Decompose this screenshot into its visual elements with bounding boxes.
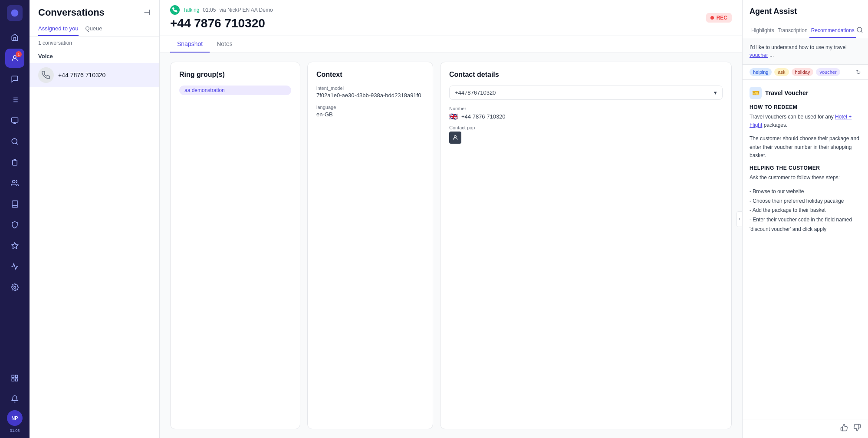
rec-step-3: - Add the package to their basket [750,206,861,215]
rec-step-2: - Choose their preferred holiday pacakge [750,197,861,206]
tag-helping[interactable]: helping [750,68,772,76]
contact-number-value: +44 7876 710320 [461,113,506,120]
rec-card-title: Travel Voucher [765,89,808,96]
right-panel-collapse-chevron[interactable]: › [736,211,743,227]
sidebar-item-home[interactable] [5,28,24,47]
rec-card-icon: 🎫 [750,87,762,99]
svg-point-14 [14,287,16,289]
sidebar-item-search[interactable] [5,132,24,151]
sidebar-item-grid[interactable] [5,369,24,388]
call-status-top: Talking 01:05 via NickP EN AA Demo [170,5,273,15]
left-panel-tabs: Assigned to you Queue [30,22,159,36]
tab-highlights[interactable]: Highlights [750,24,776,38]
tab-notes[interactable]: Notes [210,36,240,53]
svg-point-1 [13,56,16,58]
sidebar-time: 01:05 [10,428,20,433]
transcript-area: I'd like to understand how to use my tra… [743,38,868,65]
svg-point-20 [857,27,862,32]
contact-pop-label: Contact pop [449,125,723,130]
ring-group-tag: aa demonstration [179,86,291,95]
svg-point-0 [11,10,19,17]
context-field-intent: intent_model 7f02a1e0-ae30-43bb-938a-bdd… [316,86,424,99]
search-icon[interactable] [856,26,863,35]
context-field-language: language en-GB [316,105,424,118]
contact-dropdown-value: +447876710320 [455,89,496,96]
conversation-item[interactable]: +44 7876 710320 [30,63,159,87]
collapse-button[interactable]: ⊣ [144,8,151,17]
sidebar-item-settings[interactable] [5,278,24,297]
thumbs-up-button[interactable] [840,424,848,434]
sidebar-item-team[interactable] [5,174,24,193]
context-value-intent: 7f02a1e0-ae30-43bb-938a-bdd2318a91f0 [316,92,424,99]
sidebar-item-analytics[interactable] [5,257,24,276]
sidebar-item-chat[interactable] [5,69,24,89]
rec-section-how-to-redeem: HOW TO REDEEM [750,104,861,110]
sidebar-item-bell[interactable] [5,389,24,408]
rec-step-1: - Browse to our website [750,187,861,197]
sidebar-logo [7,5,23,21]
transcript-highlighted-word[interactable]: voucher [750,52,768,58]
svg-marker-13 [12,243,18,249]
conversation-number: +44 7876 710320 [58,72,105,79]
thumbs-down-button[interactable] [853,424,861,434]
talking-status: Talking [183,7,199,13]
tag-ask[interactable]: ask [774,68,789,76]
tab-queue[interactable]: Queue [85,22,102,36]
conversations-title: Conversations [38,7,105,18]
intent-tags: helping ask holiday voucher ↻ [743,65,868,80]
chevron-down-icon: ▾ [714,89,717,96]
ring-group-card: Ring group(s) aa demonstration [170,62,300,429]
content-tabs: Snapshot Notes [160,36,742,53]
contact-pop-icon[interactable] [449,132,461,144]
rec-text-voucher-use: Travel vouchers can be used for any Hote… [750,113,861,129]
svg-line-10 [16,143,17,144]
rec-text-steps-intro: Ask the customer to follow these steps: [750,174,861,182]
context-label-intent: intent_model [316,86,424,91]
contact-number-field: Number 🇬🇧 +44 7876 710320 [449,106,723,121]
transcript-text: I'd like to understand how to use my tra… [750,43,861,59]
sidebar-item-shield[interactable] [5,215,24,234]
sidebar-badge: 1 [16,51,22,57]
tab-transcription[interactable]: Transcription [776,24,809,38]
refresh-button[interactable]: ↻ [856,69,861,76]
sidebar-item-book[interactable] [5,194,24,214]
right-panel-header: Agent Assist [743,0,868,24]
tag-holiday[interactable]: holiday [792,68,814,76]
tab-recommendations[interactable]: Recommendations [809,24,856,38]
sidebar-item-ticket[interactable] [5,153,24,172]
tab-snapshot[interactable]: Snapshot [170,36,210,53]
conversation-avatar [38,67,54,83]
contact-number-row: 🇬🇧 +44 7876 710320 [449,112,723,121]
tab-assigned-to-you[interactable]: Assigned to you [38,22,79,36]
context-title: Context [316,71,424,79]
svg-point-19 [454,135,457,138]
flag-icon: 🇬🇧 [449,112,458,121]
svg-rect-8 [12,118,18,122]
avatar[interactable]: NP [7,410,23,426]
rec-card-header: 🎫 Travel Voucher [750,87,861,99]
sidebar-item-contact[interactable] [5,111,24,130]
call-phone-icon [170,5,180,15]
svg-rect-18 [12,379,14,381]
contact-number-label: Number [449,106,723,111]
left-panel-header: Conversations ⊣ [30,0,159,22]
sidebar-item-user[interactable]: 1 [5,49,24,68]
svg-rect-16 [16,375,18,377]
contact-dropdown[interactable]: +447876710320 ▾ [449,86,723,100]
avatar-initials: NP [11,415,18,421]
call-number: +44 7876 710320 [170,16,273,30]
sidebar-item-star[interactable] [5,236,24,255]
recommendation-card: 🎫 Travel Voucher HOW TO REDEEM Travel vo… [743,80,868,419]
svg-line-21 [861,31,862,33]
sidebar-item-list[interactable] [5,90,24,109]
tag-voucher[interactable]: voucher [816,68,840,76]
left-panel: Conversations ⊣ Assigned to you Queue 1 … [30,0,160,438]
svg-point-12 [13,180,15,183]
ring-group-title: Ring group(s) [179,71,291,79]
context-label-language: language [316,105,424,110]
sidebar: 1 [0,0,30,438]
rec-link-hotel-flight[interactable]: Hotel + Flight [750,114,852,128]
context-value-language: en-GB [316,111,424,118]
rec-dot [710,16,714,20]
cards-area: Ring group(s) aa demonstration Context i… [160,53,742,438]
